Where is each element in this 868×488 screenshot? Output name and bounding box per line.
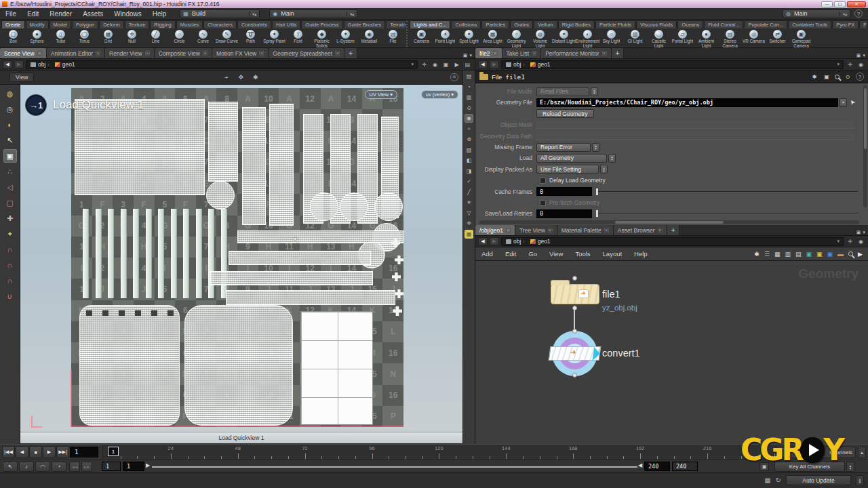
shelf-tab-pyro-fx[interactable]: Pyro FX — [832, 20, 859, 28]
shelf-tab-guide-brushes[interactable]: Guide Brushes — [344, 20, 386, 28]
shelf-tab-modify[interactable]: Modify — [26, 20, 49, 28]
shelf-tab-muscles[interactable]: Muscles — [176, 20, 203, 28]
range-handle-right[interactable]: ◀ — [638, 462, 642, 468]
uv-view-dropdown[interactable]: UV View ▾ — [365, 90, 397, 99]
range-handle-left[interactable]: ▶ — [146, 462, 150, 468]
shelf-tool-draw-curve[interactable]: ✎Draw Curve — [215, 28, 239, 48]
node-name-field[interactable]: file1 — [505, 73, 525, 81]
shelf-tool-stereo-camera[interactable]: ▤Stereo Camera — [718, 28, 742, 48]
network-menu-layout[interactable]: Layout — [597, 250, 629, 258]
file-chooser-icon[interactable]: ➤ — [848, 98, 857, 106]
shelf-tool-l-system[interactable]: ✶L-System — [334, 28, 357, 48]
shelf-tab-hair-utils[interactable]: Hair Utils — [272, 20, 300, 28]
help-icon[interactable]: ? — [854, 9, 863, 18]
shelf-tool-path[interactable]: ➰Path — [239, 28, 262, 48]
shelf-tool-file[interactable]: ▤File — [381, 28, 405, 48]
path-chip-obj[interactable]: obj› — [28, 61, 52, 68]
path-field[interactable]: obj›geo1▾ — [501, 237, 844, 246]
range-slider[interactable] — [152, 466, 637, 468]
back-button[interactable]: ◀ — [478, 60, 488, 68]
pane-tab-scene-view[interactable]: Scene View✕ — [0, 48, 47, 58]
export-icon[interactable]: ▶ — [452, 60, 461, 69]
node-input-dot[interactable] — [572, 329, 577, 333]
shelf-tool-switcher[interactable]: ⇄Switcher — [766, 28, 789, 48]
file-node[interactable] — [551, 284, 599, 304]
network-menu-help[interactable]: Help — [628, 250, 654, 258]
shelf-tab-lights-and-c-[interactable]: Lights and C... — [410, 20, 450, 28]
shelf-tool-gi-light[interactable]: ▥GI Light — [623, 28, 647, 48]
shelf-tab-create[interactable]: Create — [1, 20, 25, 28]
display-lit-icon[interactable]: ◐ — [3, 118, 17, 131]
uv-viewport[interactable]: A2A4A6A8A10A12A14A161B3B5B7B9B11B13B15BC… — [20, 85, 462, 432]
color-teal-icon[interactable]: ▣ — [806, 251, 812, 258]
tree-icon[interactable]: ☰ — [764, 251, 770, 258]
shelf-tool-torus[interactable]: ◯Torus — [73, 28, 96, 48]
pane-tab-composite-view[interactable]: Composite View✕ — [155, 48, 212, 58]
search-icon[interactable] — [848, 251, 853, 256]
global-end-field[interactable]: 240 — [672, 462, 698, 471]
node-output-dot[interactable] — [572, 373, 577, 378]
pane-tab-tree-view[interactable]: Tree View✕ — [515, 225, 557, 235]
pin-icon[interactable]: ✛ — [846, 237, 854, 246]
back-button[interactable]: ◀ — [478, 237, 488, 245]
layout-b-icon[interactable]: ▤ — [795, 251, 802, 258]
pin-icon[interactable]: ✛ — [420, 60, 429, 69]
auto-update-dropdown[interactable]: Auto Update — [786, 475, 851, 485]
network-menu-view[interactable]: View — [543, 250, 569, 258]
shelf-tool-null[interactable]: ✛Null — [120, 28, 144, 48]
path-dropdown-icon[interactable]: ▾ — [411, 62, 415, 67]
tab-close-icon[interactable]: ✕ — [604, 228, 609, 232]
network-menu-go[interactable]: Go — [522, 250, 543, 258]
scene-main-dropdown[interactable]: ◉ Main ▾▴ — [269, 9, 357, 18]
node-output-dot[interactable] — [572, 306, 577, 310]
pane-tab--obj-geo1[interactable]: /obj/geo1✕ — [475, 225, 515, 235]
wire-style-icon[interactable]: ▬ — [837, 251, 844, 258]
path-chip-geo1[interactable]: geo1 — [528, 61, 553, 68]
param-select[interactable]: Report Error — [536, 143, 591, 152]
light-tool-icon[interactable]: ✦ — [3, 227, 17, 241]
path-field[interactable]: obj›geo1▾ — [26, 60, 418, 69]
rotate-view-icon[interactable]: ◔ — [465, 83, 473, 92]
slider-handle[interactable] — [596, 188, 598, 195]
pane-menu-icon[interactable]: ▾ — [863, 230, 865, 235]
shelf-tool-volume-light[interactable]: ◍Volume Light — [528, 28, 552, 48]
pane-tab-animation-editor[interactable]: Animation Editor✕ — [47, 48, 105, 58]
pane-add-tab[interactable]: + — [612, 48, 625, 58]
sticky-icon[interactable]: ▣ — [816, 251, 823, 258]
menu-help[interactable]: Help — [147, 10, 172, 18]
range-end-field[interactable]: 240 — [644, 462, 670, 471]
shelf-tool-distant-light[interactable]: ✶Distant Light — [552, 28, 576, 48]
shelf-tab-rigging[interactable]: Rigging — [150, 20, 175, 28]
key-all-stepper[interactable]: ▴▾ — [846, 462, 854, 472]
go-start-button[interactable]: |◀◀ — [2, 446, 15, 458]
play-reverse-button[interactable]: ◀ — [16, 446, 28, 458]
select-points-icon[interactable]: ∴ — [3, 165, 17, 178]
shelf-tab-polygon[interactable]: Polygon — [72, 20, 98, 28]
shelf-tool-circle[interactable]: ○Circle — [167, 28, 191, 48]
shelf-tool-curve[interactable]: ∿Curve — [191, 28, 215, 48]
snap-icon[interactable]: ⌗ — [450, 73, 458, 81]
pane-menu-icon[interactable]: ▾ — [863, 53, 865, 58]
pane-tab-motion-fx-view[interactable]: Motion FX View✕ — [212, 48, 269, 58]
convert-node[interactable]: ➔ — [552, 331, 597, 376]
file-menu-icon[interactable]: ▾ — [840, 98, 847, 107]
radar-icon[interactable]: ◉ — [431, 60, 439, 69]
shelf-tab-collisions[interactable]: Collisions — [451, 20, 481, 28]
tab-close-icon[interactable]: ✕ — [532, 51, 536, 56]
param-slider[interactable] — [596, 191, 859, 192]
path-chip-obj[interactable]: obj› — [504, 238, 527, 245]
help-icon[interactable]: ? — [856, 73, 864, 81]
path-chip-geo1[interactable]: geo1 — [528, 238, 553, 245]
gear-icon[interactable]: ✱ — [810, 73, 818, 81]
menu-file[interactable]: File — [0, 10, 22, 18]
slider-handle[interactable] — [596, 210, 598, 217]
prev-key-button[interactable]: ◀◀ — [69, 462, 80, 472]
shelf-tool-camera[interactable]: ▣Camera — [410, 28, 433, 48]
shelf-tool-sphere[interactable]: ●Sphere — [25, 28, 49, 48]
radar-icon[interactable]: ◉ — [856, 237, 865, 246]
pane-menu-icon[interactable]: ▾ — [469, 53, 472, 58]
shelf-tab-fluid-contai-[interactable]: Fluid Contai... — [704, 20, 743, 28]
shelf-tool-platonic-solids[interactable]: ◆Platonic Solids — [310, 28, 334, 48]
param-number-field[interactable]: 0 — [536, 187, 592, 196]
tab-close-icon[interactable]: ✕ — [203, 51, 208, 56]
